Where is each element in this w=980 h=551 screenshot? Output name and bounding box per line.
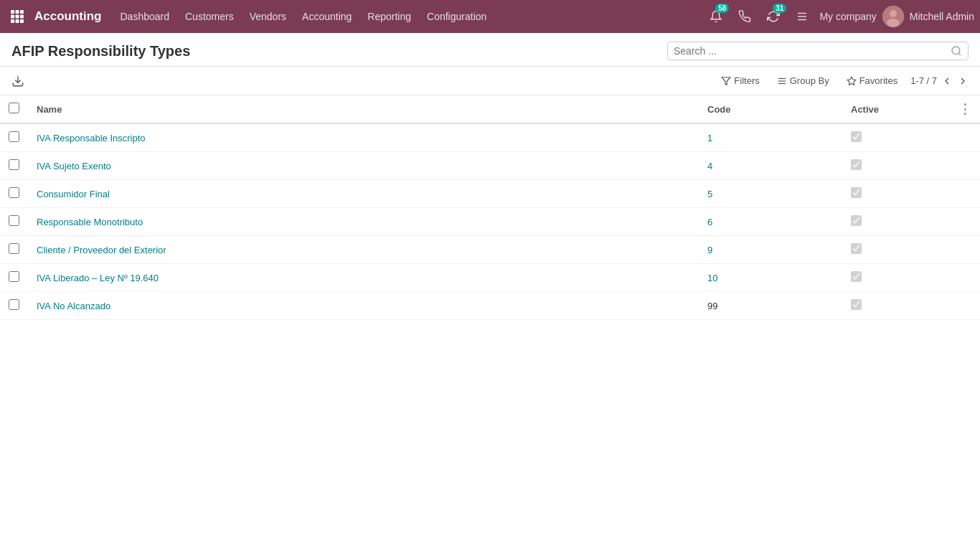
active-checkbox <box>851 131 862 142</box>
content-area: AFIP Responsibility Types <box>0 33 980 551</box>
groupby-button[interactable]: Group By <box>773 72 834 89</box>
pagination-next[interactable] <box>957 75 969 87</box>
svg-point-13 <box>890 10 897 17</box>
avatar[interactable] <box>882 6 904 27</box>
page-header: AFIP Responsibility Types <box>0 33 980 67</box>
row-options <box>950 123 980 152</box>
nav-reporting[interactable]: Reporting <box>360 6 418 27</box>
svg-rect-3 <box>11 15 14 19</box>
svg-rect-8 <box>20 19 24 23</box>
toolbar: Filters Group By Favorites 1-7 / 7 <box>0 67 980 95</box>
active-checkbox <box>851 299 862 310</box>
pagination-prev[interactable] <box>941 75 953 87</box>
search-icon <box>951 45 962 57</box>
row-name-link[interactable]: IVA No Alcanzado <box>37 301 110 311</box>
nav-configuration[interactable]: Configuration <box>420 6 494 27</box>
data-table: Name Code Active ⋮ IVA Responsable Inscr… <box>0 95 980 320</box>
row-checkbox-cell[interactable] <box>0 236 28 264</box>
nav-accounting[interactable]: Accounting <box>295 6 359 27</box>
filters-button[interactable]: Filters <box>717 72 763 89</box>
topnav-right: 58 31 My company Mitch <box>705 5 974 28</box>
star-icon <box>847 76 857 86</box>
svg-point-15 <box>952 47 960 55</box>
row-code: 4 <box>699 152 842 180</box>
row-checkbox[interactable] <box>9 299 19 310</box>
row-checkbox-cell[interactable] <box>0 264 28 292</box>
table-row: IVA Sujeto Exento4 <box>0 152 980 180</box>
groupby-label: Group By <box>790 75 829 86</box>
row-name: IVA Liberado – Ley Nº 19.640 <box>28 264 699 292</box>
active-checkbox <box>851 271 862 282</box>
apps-icon[interactable] <box>6 5 29 28</box>
row-code: 5 <box>699 180 842 208</box>
filter-icon <box>721 76 731 86</box>
activity-button[interactable]: 31 <box>762 5 785 28</box>
row-checkbox-cell[interactable] <box>0 180 28 208</box>
phone-button[interactable] <box>733 5 756 28</box>
row-options <box>950 292 980 320</box>
favorites-label: Favorites <box>859 75 897 86</box>
row-name-link[interactable]: Responsable Monotributo <box>37 217 143 227</box>
table-row: Responsable Monotributo6 <box>0 208 980 236</box>
row-checkbox[interactable] <box>9 243 19 254</box>
row-checkbox-cell[interactable] <box>0 292 28 320</box>
notifications-button[interactable]: 58 <box>705 5 727 28</box>
col-header-options[interactable]: ⋮ <box>950 95 980 123</box>
svg-rect-1 <box>16 10 19 14</box>
nav-customers[interactable]: Customers <box>178 6 241 27</box>
row-name-link[interactable]: Consumidor Final <box>37 189 110 199</box>
row-name: IVA Responsable Inscripto <box>28 123 699 152</box>
svg-marker-22 <box>847 77 856 85</box>
row-checkbox[interactable] <box>9 159 19 170</box>
row-checkbox[interactable] <box>9 131 19 142</box>
row-name: Responsable Monotributo <box>28 208 699 236</box>
username[interactable]: Mitchell Admin <box>910 11 974 22</box>
row-checkbox[interactable] <box>9 271 19 282</box>
toolbar-right: Filters Group By Favorites 1-7 / 7 <box>717 72 969 89</box>
row-name-link[interactable]: IVA Liberado – Ley Nº 19.640 <box>37 273 159 283</box>
row-code: 6 <box>699 208 842 236</box>
row-options <box>950 208 980 236</box>
row-name-link[interactable]: IVA Responsable Inscripto <box>37 133 146 143</box>
export-button[interactable] <box>11 75 24 88</box>
company-name[interactable]: My company <box>819 11 876 22</box>
row-active <box>842 152 950 180</box>
svg-rect-6 <box>11 19 14 23</box>
nav-dashboard[interactable]: Dashboard <box>113 6 177 27</box>
table-row: Consumidor Final5 <box>0 180 980 208</box>
svg-rect-4 <box>16 15 19 19</box>
pagination: 1-7 / 7 <box>910 75 969 87</box>
notification-badge: 58 <box>715 4 729 13</box>
select-all-checkbox[interactable] <box>9 103 19 113</box>
row-name-link[interactable]: IVA Sujeto Exento <box>37 161 111 171</box>
row-name: IVA Sujeto Exento <box>28 152 699 180</box>
row-checkbox[interactable] <box>9 187 19 198</box>
row-options <box>950 180 980 208</box>
row-active <box>842 236 950 264</box>
row-checkbox-cell[interactable] <box>0 152 28 180</box>
nav-vendors[interactable]: Vendors <box>242 6 293 27</box>
row-active <box>842 264 950 292</box>
select-all-header[interactable] <box>0 95 28 123</box>
row-name-link[interactable]: Cliente / Proveedor del Exterior <box>37 245 166 255</box>
col-header-code: Code <box>699 95 842 123</box>
row-options <box>950 236 980 264</box>
top-navigation: Accounting Dashboard Customers Vendors A… <box>0 0 980 33</box>
search-input[interactable] <box>674 45 951 57</box>
row-options <box>950 264 980 292</box>
table-row: IVA Liberado – Ley Nº 19.64010 <box>0 264 980 292</box>
row-checkbox-cell[interactable] <box>0 208 28 236</box>
search-bar[interactable] <box>667 42 969 60</box>
activity-badge: 31 <box>773 4 786 13</box>
row-code: 9 <box>699 236 842 264</box>
row-code: 10 <box>699 264 842 292</box>
toolbar-left <box>11 75 24 88</box>
row-active <box>842 208 950 236</box>
table-header: Name Code Active ⋮ <box>0 95 980 123</box>
svg-marker-18 <box>722 77 731 85</box>
table-row: IVA No Alcanzado99 <box>0 292 980 320</box>
row-checkbox[interactable] <box>9 215 19 226</box>
settings-icon[interactable] <box>791 5 814 28</box>
row-checkbox-cell[interactable] <box>0 123 28 152</box>
favorites-button[interactable]: Favorites <box>842 72 902 89</box>
